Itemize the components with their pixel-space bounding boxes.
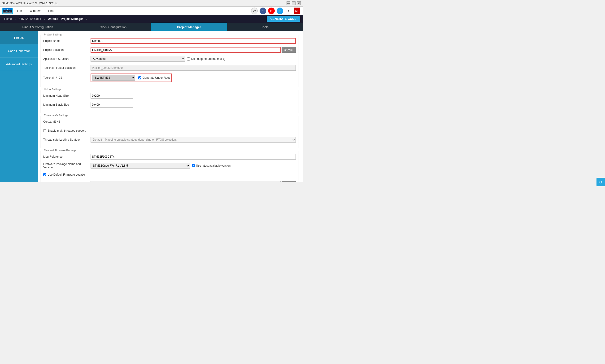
toolchain-folder-input: [91, 65, 296, 71]
stm32-logo: STM32 CubeMX: [2, 8, 13, 14]
tab-clock[interactable]: Clock Configuration: [75, 23, 151, 31]
min-stack-row: Minimum Stack Size: [43, 101, 296, 108]
breadcrumb-sep-3: ›: [86, 17, 87, 21]
mcu-ref-input[interactable]: [91, 154, 296, 159]
min-heap-input[interactable]: [91, 93, 133, 99]
app-structure-row: Application Structure Advanced Basic Do …: [43, 55, 296, 62]
locking-strategy-select[interactable]: Default – Mapping suitable strategy depe…: [91, 137, 296, 143]
title-bar-text: STM32CubeMX Untitled*: STM32F103C8Tx: [2, 2, 57, 5]
thread-safe-legend: Thread-safe Settings: [43, 114, 69, 117]
firmware-pkg-row: Firmware Package Name and Version STM32C…: [43, 162, 296, 169]
do-not-generate-main-checkbox[interactable]: [187, 57, 190, 61]
toolchain-folder-row: Toolchain Folder Location: [43, 65, 296, 71]
breadcrumb-chip[interactable]: STM32F103C8Tx: [17, 17, 43, 21]
right-icons: 10 f ▶ 🐦 ✦ ST: [251, 8, 300, 14]
tab-tools[interactable]: Tools: [227, 23, 302, 31]
min-heap-row: Minimum Heap Size: [43, 92, 296, 99]
maximize-button[interactable]: □: [292, 1, 296, 5]
logo-wrap: STM32 CubeMX: [2, 8, 13, 14]
tab-project-manager[interactable]: Project Manager: [151, 23, 227, 31]
generate-under-root-text: Generate Under Root: [143, 76, 170, 79]
facebook-icon[interactable]: f: [260, 8, 266, 14]
generate-code-button[interactable]: GENERATE CODE: [267, 16, 300, 22]
firmware-browse-button[interactable]: Browse: [282, 181, 296, 182]
menu-bar-left: STM32 CubeMX File Window Help: [2, 8, 58, 14]
do-not-generate-main-text: Do not generate the main(): [191, 57, 225, 61]
app-structure-select[interactable]: Advanced Basic: [91, 56, 185, 62]
title-bar: STM32CubeMX Untitled*: STM32F103C8Tx — □…: [0, 0, 302, 7]
title-bar-left: STM32CubeMX Untitled*: STM32F103C8Tx: [2, 2, 57, 5]
use-latest-label: Use latest available version: [192, 164, 231, 167]
network-icon[interactable]: 10: [251, 8, 258, 14]
breadcrumb-project[interactable]: Untitled - Project Manager: [46, 17, 85, 21]
firmware-rel-path-input: [91, 181, 281, 182]
use-default-firmware-label: Use Default Firmware Location: [43, 173, 87, 176]
logo-top: STM32: [3, 8, 12, 10]
use-latest-checkbox[interactable]: [192, 164, 195, 167]
project-settings-legend: Project Settings: [43, 33, 63, 36]
mcu-firmware-legend: Mcu and Firmware Package: [43, 149, 78, 152]
enable-multi-thread-label: Enable multi-threaded support: [43, 129, 86, 132]
project-name-row: Project Name: [43, 38, 296, 44]
project-name-input[interactable]: [91, 38, 296, 44]
minimize-button[interactable]: —: [287, 1, 290, 5]
min-heap-label: Minimum Heap Size: [43, 94, 91, 97]
min-stack-input[interactable]: [91, 102, 133, 107]
thread-safe-settings-section: Thread-safe Settings Cortex-M3NS Enable …: [40, 116, 299, 148]
toolchain-folder-label: Toolchain Folder Location: [43, 66, 91, 69]
sidebar: Project Code Generator Advanced Settings: [0, 31, 38, 182]
menu-bar: STM32 CubeMX File Window Help 10 f ▶ 🐦 ✦…: [0, 7, 302, 15]
tab-pinout[interactable]: Pinout & Configuration: [0, 23, 75, 31]
toolchain-ide-label: Toolchain / IDE: [43, 76, 91, 79]
toolchain-ide-box: SW4STM32 MDK-ARM IAR CMake Makefile Gene…: [91, 74, 172, 82]
youtube-icon[interactable]: ▶: [268, 8, 275, 14]
generate-under-root-label: Generate Under Root: [138, 76, 170, 79]
generate-under-root-checkbox[interactable]: [138, 76, 141, 79]
project-location-browse-button[interactable]: Browse: [282, 47, 296, 53]
share-icon[interactable]: ✦: [285, 8, 292, 14]
mcu-ref-row: Mcu Reference: [43, 153, 296, 160]
title-bar-controls: — □ ✕: [287, 1, 301, 5]
project-location-label: Project Location: [43, 48, 91, 52]
sidebar-item-advanced-settings[interactable]: Advanced Settings: [0, 58, 38, 71]
project-name-label: Project Name: [43, 39, 91, 42]
enable-multi-thread-row: Enable multi-threaded support: [43, 127, 296, 134]
sidebar-item-code-generator[interactable]: Code Generator: [0, 44, 38, 58]
breadcrumb: Home › STM32F103C8Tx › Untitled - Projec…: [2, 17, 87, 21]
linker-settings-legend: Linker Settings: [43, 88, 62, 91]
cortex-row: Cortex-M3NS: [43, 118, 296, 125]
help-menu[interactable]: Help: [45, 8, 58, 13]
breadcrumb-home[interactable]: Home: [2, 17, 14, 21]
min-stack-label: Minimum Stack Size: [43, 103, 91, 106]
main-layout: Project Code Generator Advanced Settings…: [0, 31, 302, 182]
logo-bottom: CubeMX: [3, 10, 12, 13]
locking-strategy-row: Thread-safe Locking Strategy Default – M…: [43, 136, 296, 143]
project-location-input[interactable]: [91, 47, 281, 53]
breadcrumb-sep-1: ›: [15, 17, 16, 21]
use-default-firmware-checkbox[interactable]: [43, 173, 46, 176]
mcu-firmware-section: Mcu and Firmware Package Mcu Reference F…: [40, 151, 299, 182]
tab-bar: Pinout & Configuration Clock Configurati…: [0, 23, 302, 31]
breadcrumb-sep-2: ›: [44, 17, 45, 21]
cortex-label: Cortex-M3NS: [43, 120, 61, 123]
do-not-generate-main-label: Do not generate the main(): [187, 57, 225, 61]
firmware-pkg-label: Firmware Package Name and Version: [43, 162, 91, 169]
linker-settings-section: Linker Settings Minimum Heap Size Minimu…: [40, 90, 299, 113]
firmware-pkg-select[interactable]: STM32Cube FW_F1 V1.8.5: [91, 163, 190, 169]
use-default-firmware-row: Use Default Firmware Location: [43, 171, 296, 178]
firmware-rel-path-row: Firmware Relative Path Browse: [43, 180, 296, 182]
toolchain-ide-select[interactable]: SW4STM32 MDK-ARM IAR CMake Makefile: [92, 75, 135, 81]
enable-multi-thread-text: Enable multi-threaded support: [48, 129, 86, 132]
use-default-firmware-text: Use Default Firmware Location: [48, 173, 87, 176]
sidebar-item-project[interactable]: Project: [0, 31, 38, 44]
st-logo: ST: [294, 8, 300, 14]
project-location-row: Project Location Browse: [43, 47, 296, 53]
window-menu[interactable]: Window: [26, 8, 44, 13]
enable-multi-thread-checkbox[interactable]: [43, 129, 46, 132]
twitter-icon[interactable]: 🐦: [276, 8, 283, 14]
use-latest-text: Use latest available version: [196, 164, 231, 167]
content-area: Project Settings Project Name Project Lo…: [38, 31, 302, 182]
close-button[interactable]: ✕: [297, 1, 301, 5]
file-menu[interactable]: File: [14, 8, 25, 13]
locking-strategy-label: Thread-safe Locking Strategy: [43, 138, 91, 141]
